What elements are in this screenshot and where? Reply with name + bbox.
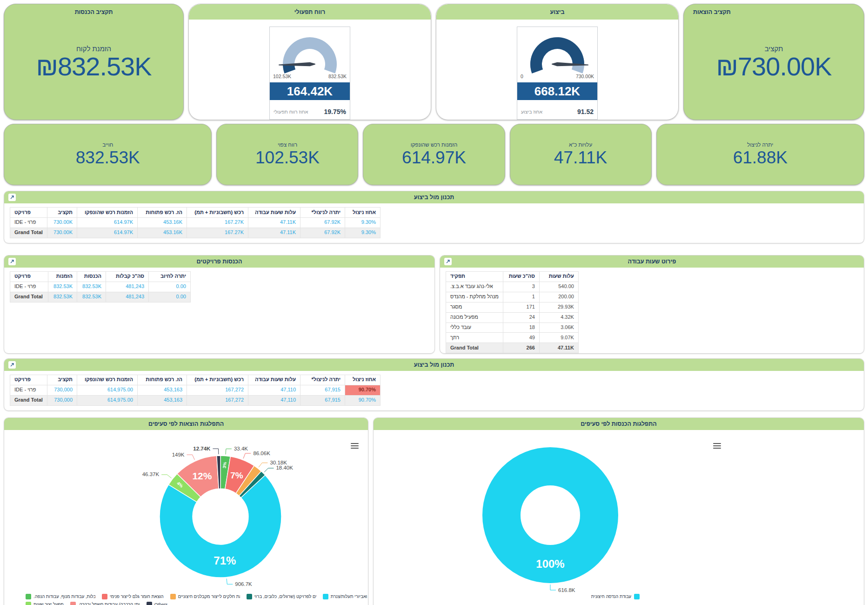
table-cell: 67.92K (300, 217, 345, 228)
table-cell: 9.30% (345, 217, 381, 228)
legend-swatch-icon (170, 594, 176, 599)
table-cell: 832.53K (48, 282, 77, 292)
table-cell: 540.00 (539, 282, 578, 292)
column-header: עלות שעות עבודה (248, 375, 300, 385)
table-cell: 453,163 (138, 385, 187, 395)
legend-swatch-icon (70, 602, 76, 605)
section-project-income: הכנסות פרויקטים פרויקטהזמנותהכנסותסה"כ ק… (4, 255, 435, 354)
card-title: רווח תפעולי (189, 4, 431, 20)
legend-label: הוצאת חלקים לייצור מקבלנים חיצוניים (178, 594, 240, 599)
legend-label: עבודת הנדסה חיצונית (591, 594, 631, 599)
legend-item[interactable]: Others (147, 602, 168, 605)
legend-item[interactable]: עבודת הנדסה חיצונית (591, 594, 640, 599)
table-cell: 171 (503, 302, 539, 312)
card-issued-purchase-orders: הזמנות רכש שהונפקו 614.97K (363, 124, 505, 185)
table-cell: 167,272 (187, 385, 248, 395)
table-cell: 453,163 (138, 395, 187, 405)
table-cell: 4.32K (539, 312, 578, 323)
export-icon[interactable] (8, 361, 16, 369)
donut-slice[interactable] (501, 466, 599, 564)
slice-value-label: 18.40K (276, 465, 293, 471)
legend-row: מפעל יצור שעותעבודות הרכבה בשטח (צוותי ה… (26, 602, 364, 605)
export-icon[interactable] (8, 258, 16, 265)
chart-menu-icon[interactable] (351, 443, 359, 450)
kpi-label: רווח צפוי (278, 142, 297, 148)
table-cell: 47.11K (248, 217, 300, 228)
gauge-footer-label: אחוז רווח תפעולי (274, 109, 308, 114)
table-cell: 9.30% (345, 228, 381, 238)
column-header: תקציב (47, 375, 77, 385)
table-cell: 47,110 (248, 395, 300, 405)
table-cell: 67.92K (300, 228, 345, 238)
column-header: הזמנות רכש שהונפקו (77, 208, 138, 218)
table-cell: 614.97K (77, 228, 138, 238)
export-icon[interactable] (444, 258, 452, 265)
table-header-row: פרויקטתקציבהזמנות רכש שהונפקוהז. רכש פתו… (10, 375, 381, 385)
chart-legend: הובלות, עבודות מנוף, עבודות הנפה.הוצאת ח… (26, 594, 364, 605)
card-title: ביצוע (436, 4, 678, 20)
kpi-label: הזמנות רכש שהונפקו (411, 142, 457, 148)
legend-item[interactable]: הוצאת תעלות ואביזרי תעלות/צנרת (323, 594, 368, 599)
section-header: התפלגות הכנסות לפי סעיפים (374, 418, 864, 430)
gauge-footer: אחוז רווח תפעולי 19.75% (270, 104, 350, 119)
section-header: תכנון מול ביצוע (4, 359, 864, 371)
section-title: תכנון מול ביצוע (414, 194, 454, 201)
hours-detail-table: תפקידסה"כ שעותעלות שעותאלי-נהג עובד א.ב.… (446, 271, 858, 354)
legend-swatch-icon (247, 594, 252, 599)
chart-body: 3%33.4K7%86.06K30.18K18.40K71%906.7K4%46… (4, 430, 368, 605)
column-header: יתרה לניצול* (300, 375, 345, 385)
table-cell: 24 (503, 312, 539, 323)
column-header: הז. רכש פתוחות (138, 208, 187, 218)
table-cell: 481,243 (106, 292, 149, 302)
slice-leader-line (259, 463, 267, 467)
column-header: אחוז ניצול (345, 208, 381, 218)
kpi-value: 102.53K (255, 148, 320, 168)
column-header: הז. רכש פתוחות (138, 375, 187, 385)
legend-item[interactable]: הוצאת חומר גלם לייצור פנימי (102, 594, 164, 599)
plan_vs_actual_2-table: פרויקטתקציבהזמנות רכש שהונפקוהז. רכש פתו… (10, 375, 381, 406)
gauge-footer-value: 91.52 (577, 108, 594, 115)
gauge-min-label: 0 (521, 74, 523, 79)
gauge-max-label: 832.53K (328, 74, 347, 79)
legend-label: Others (154, 602, 168, 605)
legend-item[interactable]: הוצאת חלקים לייצור מקבלנים חיצוניים (170, 594, 240, 599)
table-cell: 832.53K (77, 282, 106, 292)
table-row: אלי-נהג עובד א.ב.צ.3540.00 (446, 282, 579, 292)
gauge-footer-value: 19.75% (324, 108, 346, 115)
kpi-row-second: חוייב 832.53K רווח צפוי 102.53K הזמנות ר… (4, 124, 864, 185)
table-cell: מפעיל מכונה (446, 312, 503, 323)
section-plan-vs-actual-1: תכנון מול ביצוע פרויקטתקציבהזמנות רכש שה… (4, 191, 864, 243)
gauge-value: 668.12K (517, 82, 597, 100)
card-execution-gauge: ביצוע 0 730.00K 668.12K אחוז ביצוע 91.52 (436, 4, 679, 120)
slice-leader-line (213, 449, 218, 454)
table-cell: 200.00 (539, 292, 578, 302)
table-cell: IDE - פרוי (10, 217, 47, 228)
section-plan-vs-actual-2: תכנון מול ביצוע פרויקטתקציבהזמנות רכש שה… (4, 358, 864, 411)
export-icon[interactable] (8, 194, 16, 201)
table-header-row: פרויקטתקציבהזמנות רכש שהונפקוהז. רכש פתו… (10, 208, 381, 218)
slice-percent-label: 7% (230, 470, 243, 480)
section-title: התפלגות הכנסות לפי סעיפים (581, 421, 656, 427)
table-cell: 167,272 (187, 395, 248, 405)
table-header-row: פרויקטהזמנותהכנסותסה"כ קבלותיתרה לחיוב (10, 271, 191, 282)
expenses-donut-chart: 3%33.4K7%86.06K30.18K18.40K71%906.7K4%46… (4, 430, 367, 598)
legend-item[interactable]: הוצאת ציוד ומכלולים לפרויקט (שרוולים, כל… (247, 594, 316, 599)
chart-menu-icon[interactable] (713, 443, 721, 450)
gauge-footer: אחוז ביצוע 91.52 (517, 104, 597, 119)
column-header: הזמנות (48, 271, 77, 282)
legend-item[interactable]: הובלות, עבודות מנוף, עבודות הנפה. (26, 594, 95, 599)
card-billed: חוייב 832.53K (4, 124, 212, 185)
table-cell: 18 (503, 323, 539, 333)
kpi-value: 61.88K (733, 148, 788, 168)
table-cell: 614.97K (77, 217, 138, 228)
column-header: עלות שעות עבודה (248, 208, 300, 218)
table-cell: 730,000 (47, 395, 77, 405)
chart-legend: עבודת הנדסה חיצונית (374, 594, 864, 602)
table-cell: 67,915 (300, 395, 345, 405)
kpi-value: 614.97K (402, 148, 466, 168)
section-title: הכנסות פרויקטים (197, 258, 242, 265)
legend-label: מפעל יצור שעות (33, 602, 64, 605)
legend-item[interactable]: עבודות הרכבה בשטח (צוותי הרכבה) עבודות ח… (70, 602, 140, 605)
column-header: אחוז ניצול (345, 375, 381, 385)
legend-item[interactable]: מפעל יצור שעות (26, 602, 64, 605)
